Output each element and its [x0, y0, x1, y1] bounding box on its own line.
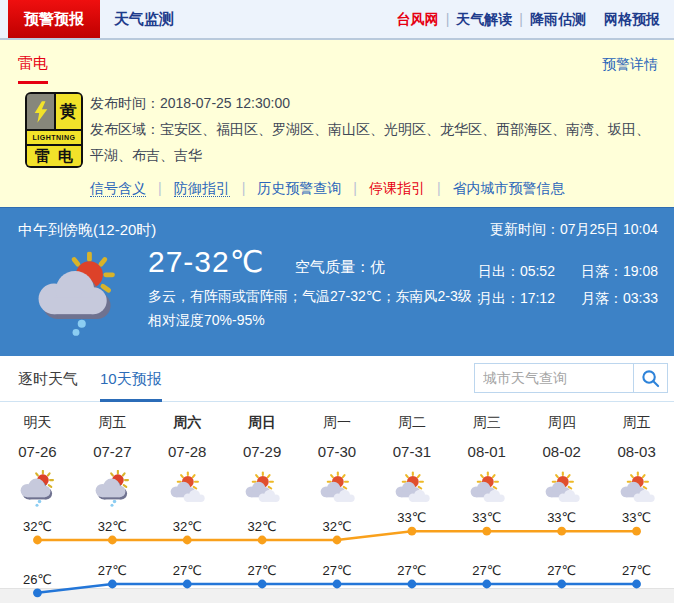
high-temp-point	[557, 527, 566, 536]
divider: |	[353, 180, 357, 196]
divider: |	[242, 180, 246, 196]
low-temp-point	[482, 580, 491, 589]
link-grid-forecast[interactable]: 网格预报	[604, 11, 660, 27]
high-temp-point	[482, 527, 491, 536]
low-temp-label: 27℃	[98, 563, 127, 578]
publish-area-line: 发布区域：宝安区、福田区、罗湖区、南山区、光明区、龙华区、西部海区、南湾、坂田、…	[90, 116, 650, 168]
date-label: 07-30	[300, 443, 375, 463]
forecast-day-column[interactable]: 周五08-03	[599, 414, 674, 511]
low-temp-label: 27℃	[547, 563, 576, 578]
date-label: 08-02	[524, 443, 599, 463]
day-label: 周四	[524, 414, 599, 434]
search-button[interactable]	[634, 363, 668, 393]
partly-cloudy-icon	[616, 470, 658, 507]
high-temp-label: 32℃	[248, 519, 277, 534]
tab-ten-day-forecast[interactable]: 10天预报	[100, 370, 162, 402]
warning-type-label: 雷电	[27, 146, 81, 166]
date-label: 07-28	[150, 443, 225, 463]
forecast-day-column[interactable]: 周日07-29	[225, 414, 300, 511]
publish-time-line: 发布时间：2018-07-25 12:30:00	[90, 90, 650, 116]
divider: |	[446, 11, 450, 27]
day-label: 周日	[225, 414, 300, 434]
lightning-bolt-icon	[27, 94, 54, 129]
partly-cloudy-icon	[541, 470, 583, 507]
link-defense-guide[interactable]: 防御指引	[174, 180, 230, 197]
tab-warning-forecast[interactable]: 预警预报	[8, 0, 100, 38]
warning-level-label: 黄	[56, 94, 81, 129]
high-temp-point	[258, 536, 267, 545]
yellow-lightning-warning-icon: 黄 LIGHTNING 雷电	[25, 92, 83, 168]
day-label: 周二	[374, 414, 449, 434]
weather-description: 多云，有阵雨或雷阵雨；气温27-32℃；东南风2-3级；相对湿度70%-95%	[148, 284, 493, 332]
low-temp-label: 27℃	[397, 563, 426, 578]
forecast-columns: 明天07-26周五07-27周六07-28周日07-29周一07-30周二07-…	[0, 402, 674, 511]
high-temp-label: 32℃	[98, 519, 127, 534]
link-rain-estimation[interactable]: 降雨估测	[530, 11, 586, 27]
sunrise-time: 日出：05:52	[478, 260, 555, 282]
low-temp-label: 27℃	[622, 563, 651, 578]
forecast-day-column[interactable]: 周一07-30	[300, 414, 375, 511]
day-label: 周一	[300, 414, 375, 434]
day-label: 明天	[0, 414, 75, 434]
tab-hourly-weather[interactable]: 逐时天气	[18, 370, 78, 389]
link-typhoon-net[interactable]: 台风网	[397, 11, 439, 27]
low-temp-point	[632, 580, 641, 589]
link-class-suspension-guide[interactable]: 停课指引	[369, 180, 425, 196]
link-weather-interpretation[interactable]: 天气解读	[456, 11, 512, 27]
tab-weather-monitor[interactable]: 天气监测	[114, 0, 174, 38]
top-links: 台风网|天气解读|降雨估测网格预报	[393, 0, 664, 38]
divider: |	[519, 11, 523, 27]
sunset-time: 日落：19:08	[581, 260, 658, 282]
link-history-warning-query[interactable]: 历史预警查询	[257, 180, 341, 196]
high-temp-point	[632, 527, 641, 536]
weather-widget: 预警预报 天气监测 台风网|天气解读|降雨估测网格预报 雷电 预警详情 黄 LI…	[0, 0, 674, 603]
link-province-city-warnings[interactable]: 省内城市预警信息	[453, 180, 565, 196]
date-label: 08-03	[599, 443, 674, 463]
shower-rain-icon	[28, 248, 124, 340]
high-temp-point	[333, 536, 342, 545]
partly-cloudy-icon	[391, 470, 433, 507]
high-temp-label: 33℃	[622, 510, 651, 525]
low-temp-label: 27℃	[248, 563, 277, 578]
low-temp-point	[33, 588, 42, 597]
moonrise-time: 月出：17:12	[478, 287, 555, 309]
air-quality: 空气质量：优	[295, 258, 385, 275]
forecast-tab-bar: 逐时天气 10天预报	[0, 356, 674, 402]
high-temp-point	[183, 536, 192, 545]
divider: |	[437, 180, 441, 196]
partly-cloudy-icon	[466, 470, 508, 507]
shower-rain-icon	[91, 470, 133, 507]
temperature-trend-chart: 32℃32℃32℃32℃32℃33℃33℃33℃33℃26℃27℃27℃27℃2…	[0, 508, 674, 603]
top-nav: 预警预报 天气监测 台风网|天气解读|降雨估测网格预报	[0, 0, 674, 40]
forecast-day-column[interactable]: 明天07-26	[0, 414, 75, 511]
warning-detail-link[interactable]: 预警详情	[602, 56, 658, 74]
high-temp-point	[407, 527, 416, 536]
warning-section: 雷电 预警详情 黄 LIGHTNING 雷电 发布时间：2018-07-25 1…	[0, 40, 674, 207]
forecast-day-column[interactable]: 周六07-28	[150, 414, 225, 511]
high-temp-label: 32℃	[173, 519, 202, 534]
city-search	[474, 363, 668, 393]
low-temp-point	[108, 580, 117, 589]
search-icon	[641, 369, 660, 388]
city-search-input[interactable]	[474, 363, 634, 393]
forecast-day-column[interactable]: 周五07-27	[75, 414, 150, 511]
forecast-day-column[interactable]: 周四08-02	[524, 414, 599, 511]
tab-lightning-warning[interactable]: 雷电	[18, 54, 48, 84]
high-temp-point	[108, 536, 117, 545]
low-temp-point	[183, 580, 192, 589]
sun-moon-times: 日出：05:52 日落：19:08 月出：17:12 月落：03:33	[478, 260, 658, 309]
ten-day-forecast: 明天07-26周五07-27周六07-28周日07-29周一07-30周二07-…	[0, 402, 674, 603]
link-signal-meaning[interactable]: 信号含义	[90, 180, 146, 197]
high-temp-label: 32℃	[23, 519, 52, 534]
divider: |	[158, 180, 162, 196]
low-temp-label: 27℃	[472, 563, 501, 578]
forecast-day-column[interactable]: 周二07-31	[374, 414, 449, 511]
warning-links: 信号含义|防御指引|历史预警查询|停课指引|省内城市预警信息	[90, 180, 565, 198]
low-temp-label: 27℃	[173, 563, 202, 578]
low-temp-label: 27℃	[322, 563, 351, 578]
partly-cloudy-icon	[316, 470, 358, 507]
low-temp-point	[557, 580, 566, 589]
day-label: 周六	[150, 414, 225, 434]
forecast-day-column[interactable]: 周三08-01	[449, 414, 524, 511]
shower-rain-icon	[16, 470, 58, 507]
